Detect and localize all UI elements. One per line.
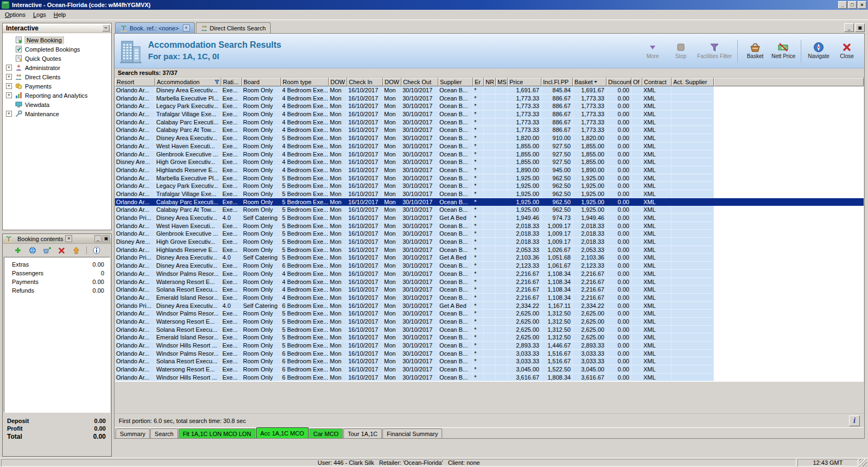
navigate-button[interactable]: Navigate (807, 42, 831, 59)
titlebar-minimize-button[interactable]: _ (838, 1, 847, 9)
sidebar-item-administrator[interactable]: +Administrator (3, 63, 111, 72)
column-header-accommodation[interactable]: Accommodation (155, 78, 221, 86)
result-row[interactable]: Orlando Ar...Windsor Hills Resort ...Exe… (115, 374, 864, 382)
column-header-room-type[interactable]: Room type (281, 78, 329, 86)
tab-close-icon[interactable]: × (183, 24, 190, 31)
tab-book-ref-none[interactable]: Book. ref.: <none>× (115, 22, 195, 33)
column-header-dow[interactable]: DOW (383, 78, 401, 86)
column-header-basket[interactable]: Basket (573, 78, 607, 86)
result-row[interactable]: Orlando Ar...West Haven Executi...Exe...… (115, 222, 864, 230)
result-row[interactable]: Orlando Ar...Windsor Palms Resor...Exe..… (115, 350, 864, 358)
result-row[interactable]: Orlando Ar...Legacy Park Executiv...Exe.… (115, 102, 864, 110)
result-row[interactable]: Orlando Ar...Calabay Parc At Tow...Exe..… (115, 126, 864, 134)
result-row[interactable]: Orlando Ar...Disney Area Executiv...Exe.… (115, 86, 864, 94)
column-header-check-out[interactable]: Check Out (401, 78, 438, 86)
column-header-check-in[interactable]: Check In (347, 78, 383, 86)
column-header-er[interactable]: Er (473, 78, 484, 86)
facilities-filter-button[interactable]: Facilities Filter (697, 42, 732, 59)
move-up-button[interactable] (72, 245, 81, 255)
stop-button[interactable]: Stop (669, 42, 693, 59)
result-row[interactable]: Orlando Ar...Marbella Executive Pl...Exe… (115, 174, 864, 182)
filter-funnel-icon[interactable] (214, 79, 220, 85)
result-row[interactable]: Orlando Ar...Disney Area Executiv...Exe.… (115, 134, 864, 142)
result-row[interactable]: Orlando Pri...Disney Area Executiv...4.0… (115, 302, 864, 310)
mdi-restore-button[interactable]: ▣ (855, 23, 865, 32)
result-row[interactable]: Orlando Pri...Disney Area Executiv...4.0… (115, 214, 864, 222)
column-header-nr[interactable]: NR (484, 78, 496, 86)
result-row[interactable]: Orlando Ar...Legacy Park Executiv...Exe.… (115, 182, 864, 190)
result-row[interactable]: Disney Are...High Grove Executiv...Exe..… (115, 238, 864, 246)
globe-button[interactable] (28, 245, 37, 255)
result-row[interactable]: Disney Are...High Grove Executiv...Exe..… (115, 158, 864, 166)
tab-direct-clients-search[interactable]: Direct Clients Search (196, 22, 271, 33)
info-button[interactable] (92, 245, 101, 255)
result-row[interactable]: Orlando Ar...Disney Area Executiv...Exe.… (115, 262, 864, 270)
result-row[interactable]: Orlando Pri...Disney Area Executiv...4.0… (115, 254, 864, 262)
resize-grip[interactable] (859, 459, 867, 466)
info-button[interactable]: i (849, 415, 860, 426)
collapse-panel-button[interactable]: − (102, 24, 110, 31)
column-header-price[interactable]: Price (508, 78, 541, 86)
add-button[interactable] (13, 245, 23, 255)
section-tab-car-mco[interactable]: Car MCO (309, 428, 343, 438)
sidebar-item-viewdata[interactable]: Viewdata (3, 100, 111, 109)
result-row[interactable]: Orlando Ar...Solana Resort Execu...Exe..… (115, 357, 864, 365)
column-header-supplier[interactable]: Supplier (438, 78, 473, 86)
result-row[interactable]: Orlando Ar...Solana Resort Execu...Exe..… (115, 326, 864, 334)
result-row[interactable]: Orlando Ar...Glenbrook Executive ...Exe.… (115, 150, 864, 159)
column-header-act-supplier[interactable]: Act. Supplier (672, 78, 714, 86)
tree-expand-icon[interactable]: + (6, 74, 12, 80)
column-header-of[interactable]: Of (631, 78, 642, 86)
section-tab-flt-1a-1c-lon-mco-lon[interactable]: Flt 1A,1C LON MCO LON (178, 428, 256, 438)
basket-button[interactable]: Basket (743, 42, 767, 59)
column-header-discount[interactable]: Discount (607, 78, 631, 86)
titlebar-maximize-button[interactable]: □ (848, 1, 857, 9)
close-icon[interactable]: × (65, 235, 72, 242)
tree-expand-icon[interactable]: + (6, 65, 12, 71)
result-row[interactable]: Orlando Ar...Solana Resort Execu...Exe..… (115, 286, 864, 294)
section-tab-search[interactable]: Search (150, 428, 178, 438)
mdi-minimize-button[interactable]: _ (844, 23, 854, 32)
sidebar-item-maintenance[interactable]: +Maintenance (3, 109, 111, 118)
result-row[interactable]: Orlando Ar...Trafalgar Village Exe...Exe… (115, 190, 864, 198)
result-row[interactable]: Orlando Ar...Watersong Resort E...Exe...… (115, 278, 864, 286)
result-row[interactable]: Orlando Ar...Calabay Parc At Tow...Exe..… (115, 206, 864, 214)
add-to-basket-button[interactable] (42, 245, 52, 255)
sidebar-item-new-booking[interactable]: New Booking (3, 35, 111, 45)
delete-button[interactable] (57, 245, 67, 255)
result-row[interactable]: Orlando Ar...West Haven Executi...Exe...… (115, 142, 864, 150)
column-header-dow[interactable]: DOW (329, 78, 347, 86)
result-row[interactable]: Orlando Ar...Windsor Hills Resort ...Exe… (115, 342, 864, 350)
menu-item-options[interactable]: Options (1, 10, 29, 19)
column-header-contract[interactable]: Contract (642, 78, 672, 86)
section-tab-acc-1a-1c-mco[interactable]: Acc 1A,1C MCO (256, 427, 309, 438)
result-row[interactable]: Orlando Ar...Windsor Palms Resor...Exe..… (115, 270, 864, 278)
sidebar-item-reporting-and-analytics[interactable]: +Reporting and Analytics (3, 91, 111, 100)
column-header-rati[interactable]: Rati... (221, 78, 242, 86)
result-row[interactable]: Orlando Ar...Emerald Island Resor...Exe.… (115, 294, 864, 302)
result-row[interactable]: Orlando Ar...Windsor Palms Resor...Exe..… (115, 310, 864, 318)
menu-item-help[interactable]: Help (50, 10, 70, 19)
section-tab-tour-1a-1c[interactable]: Tour 1A,1C (343, 428, 382, 438)
column-header-incl-fl-pp[interactable]: Incl.Fl.PP (541, 78, 573, 86)
close-button[interactable]: Close (835, 42, 859, 59)
result-row[interactable]: Orlando Ar...Highlands Reserve E...Exe..… (115, 166, 864, 174)
sidebar-item-quick-quotes[interactable]: Quick Quotes (3, 54, 111, 63)
result-row[interactable]: Orlando Ar...Trafalgar Village Exe...Exe… (115, 110, 864, 118)
result-row[interactable]: Orlando Ar...Calabay Parc Executi...Exe.… (115, 198, 864, 206)
sidebar-item-completed-bookings[interactable]: Completed Bookings (3, 45, 111, 54)
column-header-ms[interactable]: MS (496, 78, 508, 86)
nett-price-button[interactable]: Nett Price (771, 42, 795, 59)
result-row[interactable]: Orlando Ar...Watersong Resort E...Exe...… (115, 318, 864, 326)
tree-expand-icon[interactable]: + (6, 92, 12, 98)
result-row[interactable]: Orlando Ar...Glenbrook Executive ...Exe.… (115, 230, 864, 238)
result-row[interactable]: Orlando Ar...Emerald Island Resor...Exe.… (115, 333, 864, 342)
result-row[interactable]: Orlando Ar...Watersong Resort E...Exe...… (115, 365, 864, 374)
booking-restore-button[interactable]: ▣ (103, 235, 110, 242)
tree-expand-icon[interactable]: + (6, 111, 12, 117)
menu-item-logs[interactable]: Logs (29, 10, 50, 19)
section-tab-summary[interactable]: Summary (116, 428, 150, 438)
result-row[interactable]: Orlando Ar...Highlands Reserve E...Exe..… (115, 246, 864, 254)
titlebar-close-button[interactable]: × (858, 1, 866, 9)
result-row[interactable]: Orlando Ar...Calabay Parc Executi...Exe.… (115, 118, 864, 127)
